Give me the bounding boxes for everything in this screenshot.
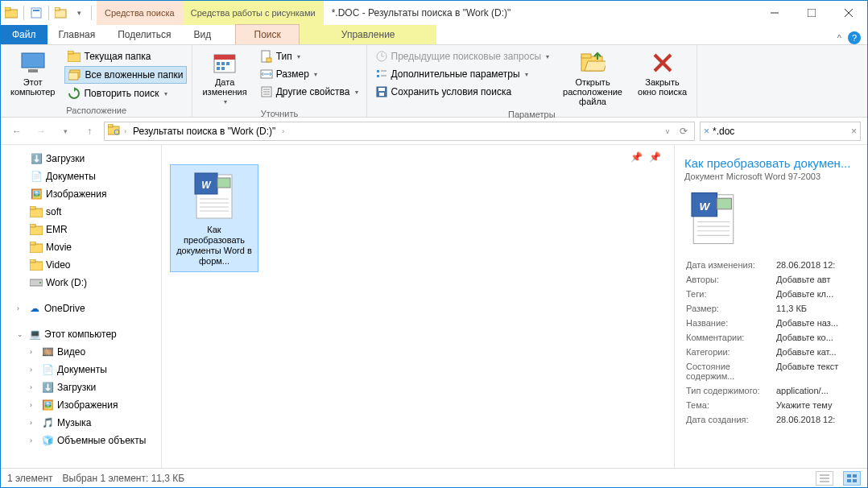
status-selection: Выбран 1 элемент: 11,3 КБ xyxy=(63,473,185,484)
btn-repeat-search[interactable]: Повторить поиск ▾ xyxy=(64,85,187,101)
tab-manage[interactable]: Управление xyxy=(300,25,436,44)
svg-rect-37 xyxy=(379,93,384,96)
btn-current-folder[interactable]: Текущая папка xyxy=(64,48,187,64)
folders-stack-icon xyxy=(68,68,81,81)
pin-icon[interactable]: 📌 xyxy=(649,151,661,163)
details-row[interactable]: Теги:Добавьте кл... xyxy=(686,287,856,300)
tree-item-video[interactable]: Video xyxy=(1,256,161,274)
address-bar: ← → ▾ ↑ › Результаты поиска в "Work (D:)… xyxy=(1,118,867,145)
help-icon[interactable]: ? xyxy=(848,31,861,44)
view-large-icons-button[interactable] xyxy=(843,471,861,486)
ribbon-collapse-icon[interactable]: ^ xyxy=(837,33,841,43)
svg-point-54 xyxy=(39,282,41,283)
tree-item-videos[interactable]: ›🎞️Видео xyxy=(1,343,161,361)
tree-item-3dobjects[interactable]: ›🧊Объемные объекты xyxy=(1,432,161,449)
tree-item-pictures[interactable]: 🖼️Изображения xyxy=(1,185,161,203)
nav-back-button[interactable]: ← xyxy=(7,122,27,141)
nav-history-dropdown[interactable]: ▾ xyxy=(56,122,75,141)
tree-item-onedrive[interactable]: ›☁OneDrive xyxy=(1,300,161,317)
quick-access-toolbar: ▾ xyxy=(1,1,97,25)
svg-rect-50 xyxy=(30,242,35,245)
maximize-button[interactable] xyxy=(793,1,830,25)
breadcrumb-item[interactable]: Результаты поиска в "Work (D:)" xyxy=(130,126,279,137)
btn-other-props[interactable]: Другие свойства ▾ xyxy=(257,84,362,100)
tab-view[interactable]: Вид xyxy=(182,25,222,44)
details-row[interactable]: Тема:Укажите тему xyxy=(686,399,856,411)
nav-forward-button[interactable]: → xyxy=(31,122,51,141)
minimize-button[interactable] xyxy=(756,1,793,25)
svg-rect-75 xyxy=(853,474,857,478)
btn-open-location[interactable]: Открыть расположение файла xyxy=(557,48,628,108)
qat-newfolder-icon[interactable] xyxy=(54,6,68,20)
content-area: ⬇️Загрузки 📄Документы 🖼️Изображения soft… xyxy=(1,145,867,468)
details-subtitle: Документ Microsoft Word 97-2003 xyxy=(684,172,858,181)
details-row[interactable]: Категории:Добавьте кат... xyxy=(686,345,856,358)
btn-adv-params[interactable]: Дополнительные параметры ▾ xyxy=(372,66,553,82)
qat-properties-icon[interactable] xyxy=(29,6,43,20)
explorer-icon xyxy=(4,6,19,20)
chevron-right-icon[interactable]: › xyxy=(17,304,25,312)
svg-rect-10 xyxy=(22,53,44,68)
svg-rect-1 xyxy=(5,7,10,10)
search-x-icon[interactable]: × xyxy=(704,126,713,137)
tree-item-music[interactable]: ›🎵Музыка xyxy=(1,414,161,432)
tree-item-work[interactable]: Work (D:) xyxy=(1,274,161,292)
tree-item-documents[interactable]: 📄Документы xyxy=(1,167,161,185)
svg-text:W: W xyxy=(699,201,710,213)
search-clear-icon[interactable]: × xyxy=(851,126,857,137)
search-input[interactable] xyxy=(713,126,851,137)
folder-icon xyxy=(30,205,43,218)
tree-item-movie[interactable]: Movie xyxy=(1,238,161,256)
btn-close-search[interactable]: Закрыть окно поиска xyxy=(633,48,692,98)
btn-all-subfolders[interactable]: Все вложенные папки xyxy=(64,66,187,84)
history-icon xyxy=(375,50,388,63)
documents-icon: 📄 xyxy=(41,363,54,376)
svg-rect-18 xyxy=(217,62,220,65)
svg-rect-76 xyxy=(847,479,851,482)
btn-prev-queries[interactable]: Предыдущие поисковые запросы ▾ xyxy=(372,48,553,64)
tab-search[interactable]: Поиск xyxy=(235,24,300,44)
btn-save-search[interactable]: Сохранить условия поиска xyxy=(372,84,553,100)
tree-item-this-pc[interactable]: ⌄💻Этот компьютер xyxy=(1,325,161,343)
details-row[interactable]: Дата изменения:28.06.2018 12: xyxy=(686,258,856,271)
details-row[interactable]: Авторы:Добавьте авт xyxy=(686,273,856,286)
item-view-pane[interactable]: 📌 📌 W Как преобразовать документы Word в… xyxy=(162,145,674,468)
pin-icon[interactable]: 📌 xyxy=(630,151,643,163)
btn-size[interactable]: Размер ▾ xyxy=(257,66,362,82)
tree-item-downloads[interactable]: ⬇️Загрузки xyxy=(1,150,161,167)
tab-share[interactable]: Поделиться xyxy=(106,25,182,44)
details-row[interactable]: Название:Добавьте наз... xyxy=(686,316,856,329)
qat-dropdown-icon[interactable]: ▾ xyxy=(72,6,86,20)
tree-item-pictures2[interactable]: ›🖼️Изображения xyxy=(1,396,161,414)
svg-rect-48 xyxy=(30,224,35,227)
tree-item-soft[interactable]: soft xyxy=(1,203,161,221)
search-box[interactable]: × × xyxy=(700,122,861,141)
tree-item-documents2[interactable]: ›📄Документы xyxy=(1,361,161,378)
nav-up-button[interactable]: ↑ xyxy=(80,122,99,141)
svg-rect-45 xyxy=(30,209,43,217)
btn-date-modified[interactable]: Дата изменения ▾ xyxy=(197,48,251,107)
tree-item-downloads2[interactable]: ›⬇️Загрузки xyxy=(1,378,161,396)
btn-type[interactable]: Тип ▾ xyxy=(257,48,362,64)
svg-rect-51 xyxy=(30,262,43,271)
chevron-down-icon[interactable]: ⌄ xyxy=(17,330,25,338)
details-row[interactable]: Комментарии:Добавьте ко... xyxy=(686,331,856,344)
tab-home[interactable]: Главная xyxy=(48,25,107,44)
file-item[interactable]: W Как преобразовать документы Word в фор… xyxy=(170,164,258,272)
folder-icon xyxy=(30,241,43,254)
details-row[interactable]: Дата создания:28.06.2018 12: xyxy=(686,413,856,426)
address-box[interactable]: › Результаты поиска в "Work (D:)" › v ⟳ xyxy=(104,122,695,141)
details-row[interactable]: Размер:11,3 КБ xyxy=(686,302,856,315)
address-dropdown-icon[interactable]: v xyxy=(662,122,673,141)
refresh-icon[interactable]: ⟳ xyxy=(676,122,691,141)
tab-file[interactable]: Файл xyxy=(1,25,48,44)
tree-item-emr[interactable]: EMR xyxy=(1,221,161,238)
svg-rect-24 xyxy=(267,58,271,62)
view-details-button[interactable] xyxy=(816,471,833,486)
details-row[interactable]: Состояние содержим...Добавьте текст xyxy=(686,360,856,383)
downloads-icon: ⬇️ xyxy=(41,381,54,394)
ctx-title-picture: Средства работы с рисунками xyxy=(183,1,324,25)
details-row[interactable]: Тип содержимого:application/... xyxy=(686,384,856,397)
close-button[interactable] xyxy=(830,1,867,25)
btn-this-computer[interactable]: Этот компьютер xyxy=(6,48,60,98)
